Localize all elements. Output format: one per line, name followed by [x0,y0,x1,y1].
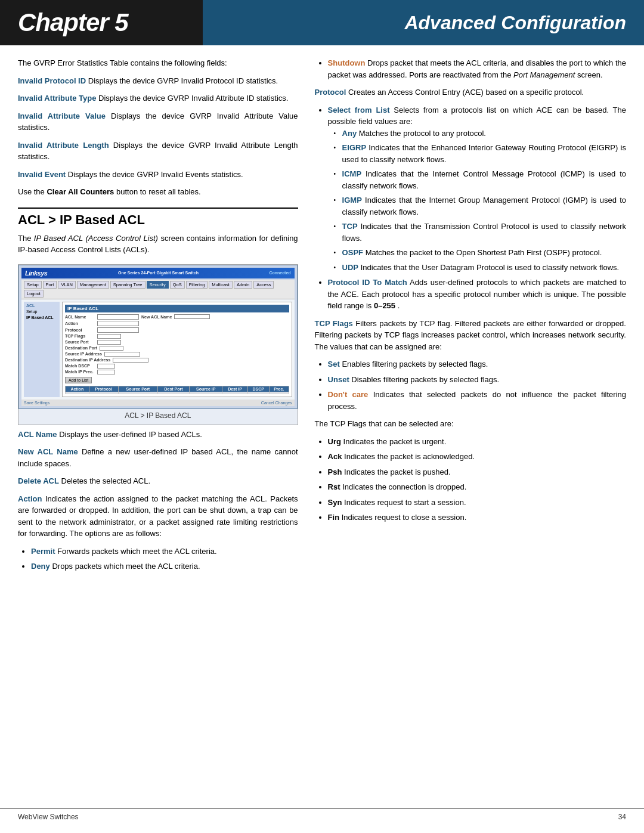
ui-mockup: Linksys One Series 24-Port Gigabit Smart… [18,265,298,409]
flag-set: Set Enables filtering packets by selecte… [328,358,626,370]
term-permit: Permit [31,547,55,556]
ui-acl-table: Action Protocol Source Port Dest Port So… [65,386,289,394]
protocol-intro: Protocol Creates an Access Control Entry… [315,86,626,98]
protocol-icmp: ICMP Indicates that the Internet Control… [334,168,626,191]
ui-cancel-changes[interactable]: Cancel Changes [261,401,292,405]
nav-vlan[interactable]: VLAN [58,281,76,289]
sidebar-setup[interactable]: Setup [25,309,58,314]
ui-navbar: Setup Port VLAN Management Spanning Tree… [21,280,295,299]
ui-source-port-input[interactable] [97,340,121,345]
nav-access[interactable]: Access [253,281,274,289]
ui-destination-port-label: Destination Port [65,346,97,350]
term-icmp: ICMP [342,169,362,178]
ui-tcp-flags-label: TCP Flags [65,334,95,338]
ui-col-dest-ip: Dest IP [222,386,247,392]
ui-protocol-select[interactable] [97,327,139,333]
ui-acl-name-select[interactable] [97,314,139,320]
ui-save-settings[interactable]: Save Settings [24,401,49,405]
nav-port[interactable]: Port [43,281,57,289]
nav-management[interactable]: Management [77,281,109,289]
ui-source-ip-input[interactable] [104,352,140,357]
chapter-label: Chapter 5 [0,0,203,45]
nav-setup[interactable]: Setup [24,281,42,289]
page-footer: WebView Switches 34 [0,809,644,821]
ui-match-ip-row: Match IP Prec. [65,370,289,374]
delete-acl-field: Delete ACL Deletes the selected ACL. [18,475,298,487]
ui-new-acl-name-label: New ACL Name [141,315,172,319]
action-field: Action Indicates the action assigned to … [18,493,298,540]
clear-counters-bold: Clear All Counters [47,187,114,196]
gvrp-field-3: Invalid Attribute Value Displays the dev… [18,110,298,134]
ui-col-source: Source Port [118,386,157,392]
term-invalid-event: Invalid Event [18,170,66,179]
footer-product-name: WebView Switches [18,813,79,821]
ui-logo: Linksys [25,270,47,277]
screenshot-box: Linksys One Series 24-Port Gigabit Smart… [18,264,298,425]
ui-title: IP Based ACL [65,305,289,312]
protocol-any: Any Matches the protocol to any protocol… [334,128,626,140]
ui-match-dscp-row: Match DSCP [65,364,289,368]
page-wrapper: Chapter 5 Advanced Configuration The GVR… [0,0,644,833]
ui-bottom-bar: Save Settings Cancel Changes [21,400,295,406]
nav-security[interactable]: Security [147,281,169,289]
protocol-igmp: IGMP Indicates that the Internet Group M… [334,194,626,218]
ui-product-label: One Series 24-Port Gigabit Smart Switch [118,271,199,275]
ui-match-ip-input[interactable] [97,370,115,374]
ui-destination-port-input[interactable] [100,346,123,351]
protocol-tcp: TCP Indicates that the Transmission Cont… [334,221,626,244]
right-column: Shutdown Drops packet that meets the ACL… [310,57,626,578]
term-acl-name: ACL Name [18,430,57,439]
ui-dest-ip-label: Destination IP Address [65,358,110,362]
ui-match-dscp-input[interactable] [97,364,115,368]
protocol-ospf: OSPF Matches the packet to the Open Shor… [334,247,626,259]
intro-paragraph: The GVRP Error Statistics Table contains… [18,57,298,69]
term-invalid-attribute-type: Invalid Attribute Type [18,94,96,103]
nav-admin[interactable]: Admin [234,281,252,289]
ui-connected-label: Connected [269,271,290,275]
term-shutdown: Shutdown [328,58,366,67]
range-bold: 0–255 [374,301,395,310]
ui-new-acl-name-input[interactable] [174,314,210,319]
action-deny: Deny Drops packets which meet the ACL cr… [31,561,298,572]
nav-qos[interactable]: QoS [170,281,185,289]
ui-action-label: Action [65,321,95,326]
ui-source-ip-row: Source IP Address [65,352,289,357]
nav-logout[interactable]: Logout [24,290,44,298]
main-content: The GVRP Error Statistics Table contains… [0,45,644,590]
nav-spanning-tree[interactable]: Spanning Tree [110,281,145,289]
left-column: The GVRP Error Statistics Table contains… [18,57,310,578]
term-any: Any [342,129,357,138]
term-protocol-id-to-match: Protocol ID To Match [328,278,407,287]
sidebar-ip-based-acl[interactable]: IP Based ACL [25,315,58,320]
ui-protocol-label: Protocol [65,328,95,332]
term-new-acl-name: New ACL Name [18,447,78,456]
ui-source-port-label: Source Port [65,340,95,344]
shutdown-bullet: Shutdown Drops packet that meets the ACL… [328,57,626,80]
flag-fin: Fin Indicates request to close a session… [328,512,626,524]
right-bullets-top: Shutdown Drops packet that meets the ACL… [328,57,626,80]
term-protocol: Protocol [315,88,346,97]
tcp-flags-field: TCP Flags Filters packets by TCP flag. F… [315,318,626,353]
term-set: Set [328,360,340,368]
ui-match-dscp-label: Match DSCP [65,364,95,368]
ui-col-source-ip: Source IP [190,386,222,392]
term-eigrp: EIGRP [342,143,366,152]
ui-tcp-flags-input[interactable] [97,334,121,339]
term-ospf: OSPF [342,248,363,257]
ui-add-to-list-button[interactable]: Add to List [65,377,92,383]
ui-action-select[interactable] [97,321,139,326]
ui-dest-ip-input[interactable] [113,358,148,363]
nav-filtering[interactable]: Filtering [186,281,208,289]
protocol-id-to-match-item: Protocol ID To Match Adds user-defined p… [328,277,626,312]
sidebar-acl[interactable]: ACL [25,303,58,308]
ui-action-row: Action [65,321,289,326]
select-from-list-item: Select from List Selects from a protocol… [328,104,626,274]
nav-multicast[interactable]: Multicast [209,281,233,289]
ui-acl-name-label: ACL Name [65,315,95,319]
term-igmp: IGMP [342,196,362,205]
section-intro: The IP Based ACL (Access Control List) s… [18,233,298,256]
ui-source-port-row: Source Port [65,340,289,345]
term-invalid-attribute-value: Invalid Attribute Value [18,112,106,120]
ui-col-prec: Prec. [269,386,289,392]
term-tcp-flags: TCP Flags [315,319,353,328]
